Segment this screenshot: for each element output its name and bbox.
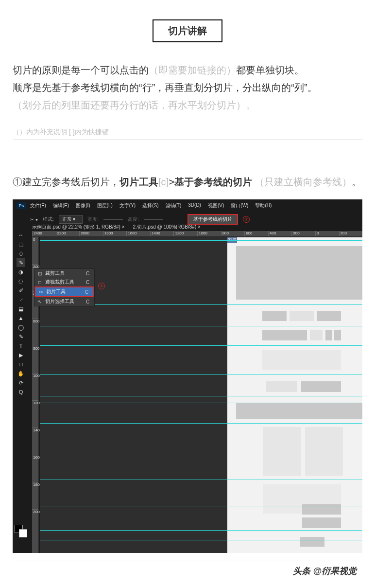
quickmask-icon[interactable]: Q: [17, 388, 25, 396]
rect-tool-icon[interactable]: □: [17, 360, 25, 369]
document-tab[interactable]: 示例页面.psd @ 22.2% (矩形 1, RGB/8#) ×: [32, 224, 129, 231]
marquee-tool-icon[interactable]: ⬚: [17, 240, 25, 249]
color-swatches[interactable]: [15, 525, 27, 537]
photoshop-screenshot: Ps 文件(F) 编辑(E) 图像(I) 图层(L) 文字(Y) 选择(S) 滤…: [13, 199, 362, 553]
ruler-tick: 800: [221, 231, 245, 236]
document-tabs: 示例页面.psd @ 22.2% (矩形 1, RGB/8#) × 2.切片.p…: [32, 224, 205, 231]
flyout-slice[interactable]: ✂ 切片工具 C: [34, 286, 94, 297]
attribution: 头条 @衍果视觉: [13, 565, 362, 577]
path-tool-icon[interactable]: ▶: [17, 351, 25, 359]
ruler-tick: 0: [32, 237, 38, 264]
guide-line[interactable]: [40, 396, 362, 396]
guide-line[interactable]: [40, 240, 362, 241]
menu-image[interactable]: 图像(I): [76, 202, 90, 209]
tool-icon: ✂ ▾: [30, 217, 38, 222]
guide-line[interactable]: [40, 506, 362, 506]
ruler-tick: 1400: [32, 428, 38, 455]
flyout-shortcut: C: [77, 280, 89, 285]
guide-line[interactable]: [40, 345, 362, 346]
ellipse-tool-icon[interactable]: ◯: [17, 323, 25, 332]
rotate-tool-icon[interactable]: ⟳: [17, 378, 25, 387]
guide-line[interactable]: [40, 374, 362, 375]
text: 都要单独切块。: [236, 65, 304, 75]
eyedropper-tool-icon[interactable]: ◑: [17, 267, 25, 276]
heal-tool-icon[interactable]: ◌: [17, 277, 25, 285]
text-bold: 基于参考线的切片: [174, 177, 252, 187]
style-label: 样式:: [43, 216, 54, 223]
ruler-tick: 1800: [32, 482, 38, 509]
ruler-tick: 2200: [56, 231, 80, 236]
brush-tool-icon[interactable]: ✐: [17, 286, 25, 295]
flyout-shortcut: C: [77, 271, 89, 276]
guide-line[interactable]: [40, 403, 362, 403]
guide-line[interactable]: [40, 423, 362, 424]
menu-select[interactable]: 选择(S): [142, 202, 158, 209]
crop-tool-icon[interactable]: ✎: [17, 258, 25, 267]
text: 建立完参考线后切片，: [22, 177, 119, 187]
text-grey: （只建立横向参考线）: [255, 177, 352, 187]
menu-filter[interactable]: 滤镜(T): [166, 202, 182, 209]
step-number: ①: [13, 177, 22, 187]
lasso-tool-icon[interactable]: ⬯: [17, 249, 25, 258]
move-tool-icon[interactable]: ↔: [17, 231, 25, 239]
menu-file[interactable]: 文件(F): [30, 202, 46, 209]
crop-tool-flyout: ⊡ 裁剪工具 C □ 透视裁剪工具 C ✂ 切片工具 C ↖ 切片选择工具 C …: [34, 268, 95, 306]
ruler-tick: 1000: [32, 373, 38, 400]
height-input[interactable]: [144, 219, 163, 220]
divider: [13, 140, 362, 140]
text: 切片的原则是每一个可以点击的: [13, 65, 149, 75]
type-tool-icon[interactable]: T: [17, 341, 25, 350]
guide-line[interactable]: [40, 540, 362, 540]
menu-help[interactable]: 帮助(H): [255, 202, 272, 209]
menu-layer[interactable]: 图层(L): [97, 202, 113, 209]
style-dropdown[interactable]: 正常 ▾: [59, 215, 83, 224]
menu-view[interactable]: 视图(V): [208, 202, 224, 209]
ruler-tick: 2400: [32, 231, 56, 236]
perspective-crop-icon: □: [37, 280, 42, 285]
tools-panel: ↔ ⬚ ⬯ ✎ ◑ ◌ ✐ ⟋ ⬓ ▲ ◯ ✎ T ▶ □ ✋ ⟳ Q: [15, 231, 30, 396]
ruler-tick: 1200: [173, 231, 197, 236]
shape-tool-icon[interactable]: ▲: [17, 314, 25, 322]
ruler-tick: 1600: [126, 231, 150, 236]
text-grey: （即需要加链接的）: [149, 65, 236, 75]
flyout-perspective-crop[interactable]: □ 透视裁剪工具 C: [34, 278, 94, 286]
menu-type[interactable]: 文字(Y): [119, 202, 136, 209]
width-input[interactable]: [103, 219, 123, 220]
ruler-tick: 2000: [79, 231, 103, 236]
slice-from-guides-button[interactable]: 基于参考线的切片: [188, 214, 238, 225]
options-bar: ✂ ▾ 样式: 正常 ▾ 宽度: 高度: 基于参考线的切片 ①: [30, 214, 359, 225]
step-1: ①建立完参考线后切片，切片工具[c]>基于参考线的切片 （只建立横向参考线）。: [13, 174, 362, 190]
intro-line-1: 切片的原则是每一个可以点击的（即需要加链接的）都要单独切块。: [13, 62, 362, 78]
annotation-marker: ①: [243, 216, 250, 223]
flyout-label: 切片选择工具: [45, 298, 74, 305]
flyout-label: 裁剪工具: [45, 270, 65, 277]
width-label: 宽度:: [87, 216, 99, 223]
text: >: [169, 177, 174, 187]
menu-window[interactable]: 窗口(W): [231, 202, 248, 209]
guide-line[interactable]: [40, 326, 362, 326]
ruler-tick: 1400: [150, 231, 174, 236]
gradient-tool-icon[interactable]: ⬓: [17, 304, 25, 313]
guide-line[interactable]: [40, 480, 362, 480]
guide-line[interactable]: [40, 530, 362, 531]
flyout-crop[interactable]: ⊡ 裁剪工具 C: [34, 269, 94, 278]
flyout-slice-select[interactable]: ↖ 切片选择工具 C: [34, 297, 94, 306]
pen-tool-icon[interactable]: ✎: [17, 332, 25, 341]
flyout-label: 透视裁剪工具: [45, 279, 74, 285]
height-label: 高度:: [128, 216, 139, 223]
intro-line-2: 顺序是先基于参考线切横向的“行”，再垂直划分切片，分出纵向的“列”。: [13, 79, 362, 96]
ruler-horizontal: 2400 2200 2000 1800 1600 1400 1200 1000 …: [32, 231, 362, 237]
document-tab[interactable]: 2.切片.psd @ 100%(RGB/8#) ×: [133, 224, 205, 231]
menu-edit[interactable]: 编辑(E): [53, 202, 69, 209]
menu-3d[interactable]: 3D(D): [188, 202, 201, 209]
title-container: 切片讲解: [13, 19, 362, 42]
ruler-tick: 1800: [103, 231, 127, 236]
style-value: 正常: [62, 216, 72, 222]
ruler-tick: 200: [339, 231, 362, 236]
stamp-tool-icon[interactable]: ⟋: [17, 295, 25, 304]
ruler-tick: 200: [291, 231, 315, 236]
ruler-tick: 1600: [32, 455, 38, 482]
ruler-tick: 600: [244, 231, 268, 236]
ruler-tick: 800: [32, 346, 38, 373]
hand-tool-icon[interactable]: ✋: [17, 369, 25, 378]
